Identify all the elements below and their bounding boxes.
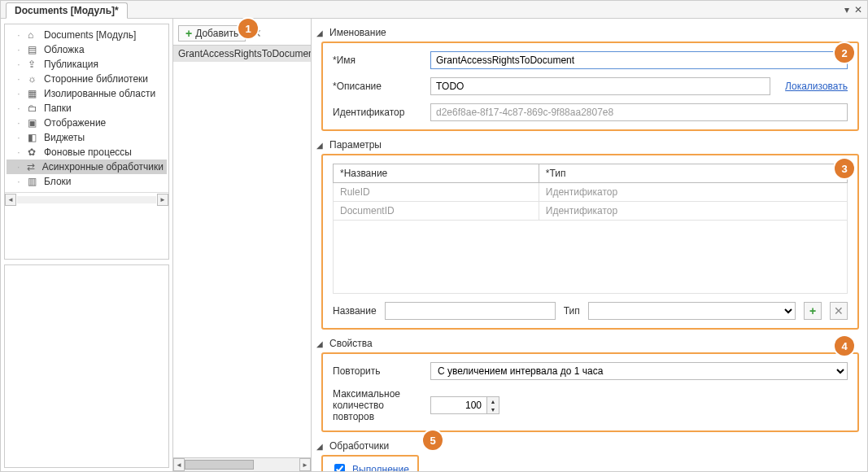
identifier-label: Идентификатор	[333, 107, 422, 118]
blocks-icon: ▥	[28, 176, 39, 187]
sidebar-item-label: Отображение	[44, 117, 106, 129]
section-properties: ◢Свойства Повторить С увеличением интерв…	[315, 338, 859, 432]
spin-down-icon[interactable]: ▼	[487, 405, 499, 413]
tree-h-scrollbar[interactable]: ◄ ►	[5, 192, 168, 206]
param-delete-button[interactable]: ✕	[830, 302, 848, 320]
localize-link[interactable]: Локализовать	[785, 81, 848, 92]
sidebar: ·⌂Documents [Модуль] ·▤Обложка ·⇪Публика…	[1, 19, 173, 471]
section-title: Свойства	[329, 338, 373, 349]
sidebar-item-folders[interactable]: ·🗀Папки	[7, 101, 167, 116]
areas-icon: ▦	[28, 88, 39, 99]
app-window: 1 2 3 4 5 Documents [Модуль]* ▾ ✕ ·⌂Docu…	[0, 0, 868, 472]
column-name[interactable]: *Название	[334, 164, 539, 183]
table-row[interactable]: RuleID Идентификатор	[334, 183, 848, 202]
widget-icon: ◧	[28, 132, 39, 143]
sidebar-item-label: Асинхронные обработчики	[42, 161, 164, 173]
async-icon: ⇄	[27, 161, 37, 173]
sidebar-item-label: Изолированные области	[44, 88, 155, 99]
scroll-thumb[interactable]	[185, 460, 254, 470]
max-repeats-label: Максимальное количество повторов	[333, 388, 422, 422]
collapse-icon[interactable]: ◢	[316, 339, 325, 348]
spin-up-icon[interactable]: ▲	[487, 397, 499, 405]
repeat-label: Повторить	[333, 365, 422, 377]
sidebar-item-async-handlers[interactable]: ·⇄Асинхронные обработчики	[7, 160, 167, 174]
parameters-table: *Название *Тип RuleID Идентификатор Docu…	[333, 164, 848, 294]
add-button-label: Добавить	[195, 28, 238, 39]
home-icon: ⌂	[28, 29, 39, 41]
table-empty-area	[334, 221, 848, 294]
section-parameters: ◢Параметры *Название *Тип RuleID	[315, 139, 859, 330]
param-name-cell: RuleID	[334, 183, 539, 202]
plus-icon: +	[185, 29, 192, 37]
folder-icon: 🗀	[28, 103, 39, 114]
param-type-label: Тип	[564, 305, 580, 317]
sidebar-item-blocks[interactable]: ·▥Блоки	[7, 174, 167, 189]
max-repeats-stepper[interactable]: ▲ ▼	[430, 396, 499, 414]
name-label: *Имя	[333, 55, 422, 66]
sidebar-item-third-party-libs[interactable]: ·☼Сторонние библиотеки	[7, 72, 167, 86]
param-add-button[interactable]: +	[804, 302, 822, 320]
list-h-scrollbar[interactable]: ◄ ►	[173, 457, 311, 471]
sidebar-item-label: Documents [Модуль]	[44, 29, 136, 41]
process-icon: ✿	[28, 146, 39, 158]
name-input[interactable]	[430, 51, 848, 69]
publish-icon: ⇪	[28, 59, 39, 70]
tree-panel: ·⌂Documents [Модуль] ·▤Обложка ·⇪Публика…	[4, 24, 169, 260]
document-tab[interactable]: Documents [Модуль]*	[6, 2, 128, 19]
properties-pane: ◢Именование *Имя *Описание Локализовать …	[312, 19, 867, 471]
collapse-icon[interactable]: ◢	[316, 28, 325, 37]
sidebar-item-publication[interactable]: ·⇪Публикация	[7, 57, 167, 72]
description-input[interactable]	[430, 77, 770, 95]
param-type-select[interactable]	[588, 302, 796, 320]
sidebar-preview	[4, 264, 169, 468]
param-name-cell: DocumentID	[334, 202, 539, 221]
section-title: Параметры	[329, 139, 382, 151]
sidebar-item-isolated-areas[interactable]: ·▦Изолированные области	[7, 86, 167, 101]
scroll-right-icon[interactable]: ►	[299, 458, 311, 471]
column-type[interactable]: *Тип	[539, 164, 847, 183]
sidebar-item-label: Блоки	[44, 176, 72, 187]
sidebar-item-label: Публикация	[44, 59, 98, 70]
sidebar-item-label: Фоновые процессы	[44, 146, 132, 158]
param-type-cell: Идентификатор	[539, 202, 847, 221]
identifier-input	[430, 103, 848, 121]
sidebar-item-widgets[interactable]: ·◧Виджеты	[7, 130, 167, 145]
collapse-icon[interactable]: ◢	[316, 141, 325, 150]
param-type-cell: Идентификатор	[539, 183, 847, 202]
minimize-icon[interactable]: ▾	[844, 4, 849, 15]
sidebar-item-cover[interactable]: ·▤Обложка	[7, 42, 167, 57]
sidebar-item-label: Сторонние библиотеки	[44, 73, 148, 85]
sidebar-item-bg-processes[interactable]: ·✿Фоновые процессы	[7, 145, 167, 160]
sidebar-item-label: Обложка	[44, 44, 85, 55]
section-title: Именование	[329, 27, 386, 38]
sidebar-item-documents[interactable]: ·⌂Documents [Модуль]	[7, 28, 167, 42]
add-button[interactable]: + Добавить	[178, 25, 246, 42]
page-icon: ▤	[28, 44, 39, 55]
sidebar-item-display[interactable]: ·▣Отображение	[7, 116, 167, 130]
list-item[interactable]: GrantAccessRightsToDocument	[173, 46, 311, 62]
description-label: *Описание	[333, 81, 422, 92]
table-row[interactable]: DocumentID Идентификатор	[334, 202, 848, 221]
execute-checkbox[interactable]	[334, 464, 345, 471]
scroll-left-icon[interactable]: ◄	[5, 194, 16, 206]
libs-icon: ☼	[28, 73, 39, 85]
scroll-right-icon[interactable]: ►	[157, 194, 168, 206]
section-handlers: ◢Обработчики Выполнение	[315, 440, 859, 471]
close-icon[interactable]: ✕	[854, 4, 862, 15]
section-naming: ◢Именование *Имя *Описание Локализовать …	[315, 27, 859, 131]
scroll-left-icon[interactable]: ◄	[173, 458, 185, 471]
sidebar-item-label: Папки	[44, 103, 72, 114]
collapse-icon[interactable]: ◢	[316, 442, 325, 451]
param-name-input[interactable]	[385, 302, 556, 320]
execute-link[interactable]: Выполнение	[352, 464, 409, 472]
section-title: Обработчики	[329, 440, 389, 452]
scroll-track[interactable]	[185, 458, 299, 471]
scroll-track[interactable]	[17, 196, 156, 203]
titlebar: Documents [Модуль]* ▾ ✕	[1, 1, 867, 19]
sidebar-item-label: Виджеты	[44, 132, 85, 143]
delete-button[interactable]: ✕	[249, 27, 265, 40]
repeat-select[interactable]: С увеличением интервала до 1 часа	[430, 362, 848, 380]
param-name-label: Название	[333, 305, 377, 317]
max-repeats-input[interactable]	[430, 396, 487, 414]
handlers-list: + Добавить ✕ GrantAccessRightsToDocument…	[173, 19, 312, 471]
